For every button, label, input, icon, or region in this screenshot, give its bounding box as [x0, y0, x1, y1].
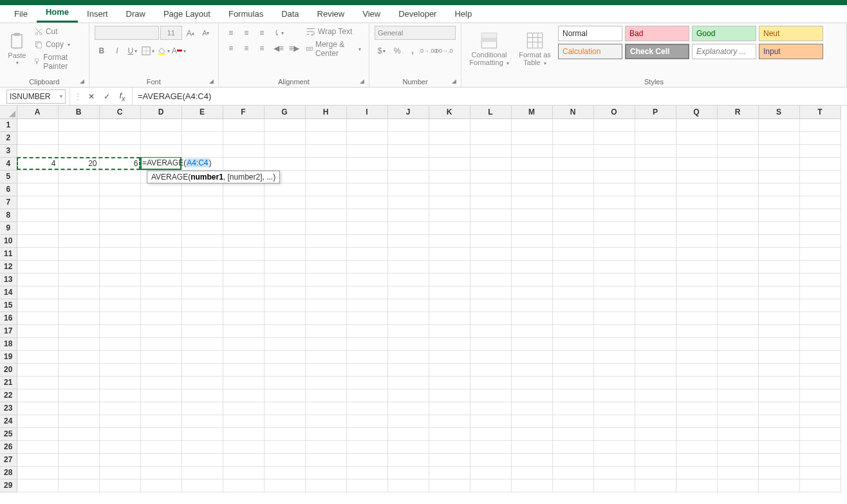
- cell-P26[interactable]: [635, 440, 676, 453]
- cell-P23[interactable]: [635, 402, 676, 415]
- col-header-K[interactable]: K: [429, 106, 470, 118]
- cell-F15[interactable]: [223, 299, 264, 312]
- cell-J1[interactable]: [387, 118, 429, 131]
- row-header-17[interactable]: 17: [0, 324, 17, 337]
- cell-R12[interactable]: [717, 260, 758, 273]
- name-box[interactable]: ISNUMBER ▾: [6, 89, 66, 104]
- cell-K13[interactable]: [429, 273, 470, 286]
- cell-S4[interactable]: [758, 157, 799, 170]
- row-header-27[interactable]: 27: [0, 453, 17, 466]
- cell-L4[interactable]: [470, 157, 511, 170]
- cell-H26[interactable]: [305, 440, 346, 453]
- cell-T22[interactable]: [799, 389, 841, 402]
- cell-L20[interactable]: [470, 363, 511, 376]
- cell-H13[interactable]: [305, 273, 346, 286]
- cell-S24[interactable]: [758, 415, 799, 427]
- cell-L16[interactable]: [470, 312, 511, 324]
- tab-home[interactable]: Home: [37, 3, 78, 23]
- cell-D26[interactable]: [140, 440, 182, 453]
- increase-indent-button[interactable]: ≡▶: [287, 41, 301, 55]
- increase-decimal-button[interactable]: .0→.00: [421, 44, 435, 58]
- cell-S13[interactable]: [758, 273, 799, 286]
- cell-O14[interactable]: [593, 286, 635, 299]
- cell-Q26[interactable]: [676, 440, 717, 453]
- cell-G25[interactable]: [264, 427, 305, 440]
- cell-S7[interactable]: [758, 196, 799, 209]
- tab-draw[interactable]: Draw: [117, 5, 154, 23]
- cell-I17[interactable]: [346, 324, 387, 337]
- cell-H2[interactable]: [305, 131, 346, 144]
- cell-A26[interactable]: [17, 440, 58, 453]
- cell-G27[interactable]: [264, 453, 305, 466]
- cell-G17[interactable]: [264, 324, 305, 337]
- cell-N9[interactable]: [552, 221, 593, 234]
- cell-L9[interactable]: [470, 221, 511, 234]
- cell-M6[interactable]: [511, 183, 552, 196]
- cell-S5[interactable]: [758, 170, 799, 183]
- cell-E20[interactable]: [182, 363, 223, 376]
- cell-I8[interactable]: [346, 209, 387, 221]
- cell-K4[interactable]: [429, 157, 470, 170]
- cell-I18[interactable]: [346, 337, 387, 350]
- cell-J11[interactable]: [387, 247, 429, 260]
- cell-P15[interactable]: [635, 299, 676, 312]
- cell-K20[interactable]: [429, 363, 470, 376]
- cell-S29[interactable]: [758, 479, 799, 492]
- cell-D23[interactable]: [140, 402, 182, 415]
- cell-B9[interactable]: [58, 221, 99, 234]
- cell-R13[interactable]: [717, 273, 758, 286]
- cell-K18[interactable]: [429, 337, 470, 350]
- cell-D2[interactable]: [140, 131, 182, 144]
- cell-R27[interactable]: [717, 453, 758, 466]
- insert-function-button[interactable]: fx: [116, 91, 128, 102]
- cell-C22[interactable]: [99, 389, 140, 402]
- cell-F18[interactable]: [223, 337, 264, 350]
- cell-D11[interactable]: [140, 247, 182, 260]
- cell-Q8[interactable]: [676, 209, 717, 221]
- cell-M21[interactable]: [511, 376, 552, 389]
- tab-review[interactable]: Review: [308, 5, 354, 23]
- cell-K28[interactable]: [429, 466, 470, 479]
- cell-M3[interactable]: [511, 144, 552, 157]
- cell-A2[interactable]: [17, 131, 58, 144]
- cell-P17[interactable]: [635, 324, 676, 337]
- cell-M5[interactable]: [511, 170, 552, 183]
- cell-D22[interactable]: [140, 389, 182, 402]
- cell-P4[interactable]: [635, 157, 676, 170]
- style-check-cell[interactable]: Check Cell: [625, 44, 689, 59]
- cell-D24[interactable]: [140, 415, 182, 427]
- cell-Q17[interactable]: [676, 324, 717, 337]
- cell-O29[interactable]: [593, 479, 635, 492]
- cell-C29[interactable]: [99, 479, 140, 492]
- cell-D13[interactable]: [140, 273, 182, 286]
- cell-H11[interactable]: [305, 247, 346, 260]
- row-header-19[interactable]: 19: [0, 350, 17, 363]
- cell-I23[interactable]: [346, 402, 387, 415]
- cell-O18[interactable]: [593, 337, 635, 350]
- cell-D20[interactable]: [140, 363, 182, 376]
- cell-R4[interactable]: [717, 157, 758, 170]
- cell-R23[interactable]: [717, 402, 758, 415]
- cell-K25[interactable]: [429, 427, 470, 440]
- row-header-8[interactable]: 8: [0, 209, 17, 221]
- cell-C2[interactable]: [99, 131, 140, 144]
- cell-M26[interactable]: [511, 440, 552, 453]
- row-header-5[interactable]: 5: [0, 170, 17, 183]
- cell-A28[interactable]: [17, 466, 58, 479]
- cell-C8[interactable]: [99, 209, 140, 221]
- cell-E19[interactable]: [182, 350, 223, 363]
- cell-D12[interactable]: [140, 260, 182, 273]
- style-calculation[interactable]: Calculation: [558, 44, 622, 59]
- cell-O25[interactable]: [593, 427, 635, 440]
- cell-M4[interactable]: [511, 157, 552, 170]
- row-header-14[interactable]: 14: [0, 286, 17, 299]
- cell-O5[interactable]: [593, 170, 635, 183]
- col-header-N[interactable]: N: [552, 106, 593, 118]
- cell-T3[interactable]: [799, 144, 841, 157]
- decrease-decimal-button[interactable]: .00→.0: [436, 44, 451, 58]
- cell-K3[interactable]: [429, 144, 470, 157]
- cell-M20[interactable]: [511, 363, 552, 376]
- cell-E21[interactable]: [182, 376, 223, 389]
- cell-A24[interactable]: [17, 415, 58, 427]
- cell-C12[interactable]: [99, 260, 140, 273]
